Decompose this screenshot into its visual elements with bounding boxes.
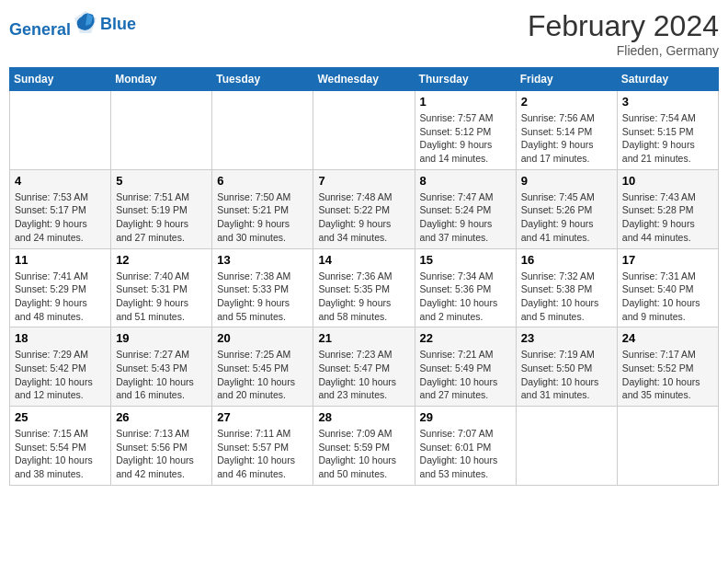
day-info: Sunrise: 7:47 AM Sunset: 5:24 PM Dayligh… [420, 190, 511, 245]
day-number: 13 [217, 253, 308, 267]
calendar-cell: 10Sunrise: 7:43 AM Sunset: 5:28 PM Dayli… [617, 169, 718, 248]
day-info: Sunrise: 7:11 AM Sunset: 5:57 PM Dayligh… [217, 427, 308, 481]
day-number: 7 [318, 174, 409, 188]
day-info: Sunrise: 7:09 AM Sunset: 5:59 PM Dayligh… [318, 427, 409, 481]
day-number: 21 [318, 331, 409, 345]
calendar-cell [212, 91, 313, 170]
day-info: Sunrise: 7:32 AM Sunset: 5:38 PM Dayligh… [521, 270, 612, 324]
day-info: Sunrise: 7:19 AM Sunset: 5:50 PM Dayligh… [521, 348, 612, 402]
day-info: Sunrise: 7:38 AM Sunset: 5:33 PM Dayligh… [217, 270, 308, 324]
day-info: Sunrise: 7:34 AM Sunset: 5:36 PM Dayligh… [420, 270, 511, 324]
day-number: 18 [15, 331, 106, 345]
calendar-cell: 23Sunrise: 7:19 AM Sunset: 5:50 PM Dayli… [516, 327, 617, 407]
day-info: Sunrise: 7:48 AM Sunset: 5:22 PM Dayligh… [318, 190, 409, 245]
calendar-cell [313, 91, 415, 170]
calendar-cell: 27Sunrise: 7:11 AM Sunset: 5:57 PM Dayli… [212, 407, 313, 486]
calendar-cell: 6Sunrise: 7:50 AM Sunset: 5:21 PM Daylig… [212, 169, 313, 248]
day-info: Sunrise: 7:31 AM Sunset: 5:40 PM Dayligh… [622, 270, 713, 324]
main-title: February 2024 [528, 9, 719, 43]
page-header: General Blue February 2024 Flieden, Germ… [9, 9, 719, 58]
day-number: 14 [318, 253, 409, 267]
day-number: 20 [217, 331, 308, 345]
calendar-cell: 18Sunrise: 7:29 AM Sunset: 5:42 PM Dayli… [10, 327, 111, 407]
weekday-header: Tuesday [212, 68, 313, 91]
day-info: Sunrise: 7:40 AM Sunset: 5:31 PM Dayligh… [116, 270, 207, 324]
calendar-cell: 8Sunrise: 7:47 AM Sunset: 5:24 PM Daylig… [415, 169, 516, 248]
calendar-cell: 28Sunrise: 7:09 AM Sunset: 5:59 PM Dayli… [313, 407, 415, 486]
calendar-cell: 1Sunrise: 7:57 AM Sunset: 5:12 PM Daylig… [415, 91, 516, 170]
calendar-cell: 7Sunrise: 7:48 AM Sunset: 5:22 PM Daylig… [313, 169, 415, 248]
calendar-cell: 29Sunrise: 7:07 AM Sunset: 6:01 PM Dayli… [415, 407, 516, 486]
day-number: 19 [116, 331, 207, 345]
day-number: 8 [420, 174, 511, 188]
day-number: 3 [622, 95, 713, 109]
calendar-cell: 26Sunrise: 7:13 AM Sunset: 5:56 PM Dayli… [111, 407, 212, 486]
day-info: Sunrise: 7:56 AM Sunset: 5:14 PM Dayligh… [521, 111, 612, 166]
day-number: 26 [116, 410, 207, 424]
calendar-cell: 19Sunrise: 7:27 AM Sunset: 5:43 PM Dayli… [111, 327, 212, 407]
day-number: 1 [420, 95, 511, 109]
logo: General Blue [9, 9, 136, 40]
day-number: 5 [116, 174, 207, 188]
location-subtitle: Flieden, Germany [528, 43, 719, 58]
calendar-cell [516, 407, 617, 486]
day-info: Sunrise: 7:23 AM Sunset: 5:47 PM Dayligh… [318, 348, 409, 402]
day-info: Sunrise: 7:07 AM Sunset: 6:01 PM Dayligh… [420, 427, 511, 481]
day-number: 25 [15, 410, 106, 424]
logo-text2: Blue [100, 16, 136, 34]
day-info: Sunrise: 7:15 AM Sunset: 5:54 PM Dayligh… [15, 427, 106, 481]
day-number: 23 [521, 331, 612, 345]
day-number: 29 [420, 410, 511, 424]
calendar-cell: 20Sunrise: 7:25 AM Sunset: 5:45 PM Dayli… [212, 327, 313, 407]
day-number: 28 [318, 410, 409, 424]
calendar-cell [111, 91, 212, 170]
day-info: Sunrise: 7:45 AM Sunset: 5:26 PM Dayligh… [521, 190, 612, 245]
day-info: Sunrise: 7:17 AM Sunset: 5:52 PM Dayligh… [622, 348, 713, 402]
day-number: 15 [420, 253, 511, 267]
calendar-cell: 24Sunrise: 7:17 AM Sunset: 5:52 PM Dayli… [617, 327, 718, 407]
day-info: Sunrise: 7:53 AM Sunset: 5:17 PM Dayligh… [15, 190, 106, 245]
day-info: Sunrise: 7:54 AM Sunset: 5:15 PM Dayligh… [622, 111, 713, 166]
day-info: Sunrise: 7:29 AM Sunset: 5:42 PM Dayligh… [15, 348, 106, 402]
calendar-cell: 21Sunrise: 7:23 AM Sunset: 5:47 PM Dayli… [313, 327, 415, 407]
day-info: Sunrise: 7:36 AM Sunset: 5:35 PM Dayligh… [318, 270, 409, 324]
calendar-cell: 11Sunrise: 7:41 AM Sunset: 5:29 PM Dayli… [10, 248, 111, 327]
day-number: 11 [15, 253, 106, 267]
day-info: Sunrise: 7:41 AM Sunset: 5:29 PM Dayligh… [15, 270, 106, 324]
logo-text: General [9, 9, 98, 40]
day-number: 16 [521, 253, 612, 267]
calendar-cell: 15Sunrise: 7:34 AM Sunset: 5:36 PM Dayli… [415, 248, 516, 327]
day-number: 9 [521, 174, 612, 188]
day-number: 12 [116, 253, 207, 267]
day-info: Sunrise: 7:21 AM Sunset: 5:49 PM Dayligh… [420, 348, 511, 402]
calendar-cell: 13Sunrise: 7:38 AM Sunset: 5:33 PM Dayli… [212, 248, 313, 327]
calendar-cell: 22Sunrise: 7:21 AM Sunset: 5:49 PM Dayli… [415, 327, 516, 407]
calendar-cell: 17Sunrise: 7:31 AM Sunset: 5:40 PM Dayli… [617, 248, 718, 327]
calendar-cell: 9Sunrise: 7:45 AM Sunset: 5:26 PM Daylig… [516, 169, 617, 248]
day-info: Sunrise: 7:43 AM Sunset: 5:28 PM Dayligh… [622, 190, 713, 245]
day-number: 24 [622, 331, 713, 345]
day-number: 4 [15, 174, 106, 188]
weekday-header: Saturday [617, 68, 718, 91]
calendar-cell: 5Sunrise: 7:51 AM Sunset: 5:19 PM Daylig… [111, 169, 212, 248]
calendar-cell: 14Sunrise: 7:36 AM Sunset: 5:35 PM Dayli… [313, 248, 415, 327]
day-number: 27 [217, 410, 308, 424]
calendar-cell: 16Sunrise: 7:32 AM Sunset: 5:38 PM Dayli… [516, 248, 617, 327]
calendar-cell: 2Sunrise: 7:56 AM Sunset: 5:14 PM Daylig… [516, 91, 617, 170]
logo-icon [73, 9, 98, 35]
calendar-cell [10, 91, 111, 170]
day-number: 10 [622, 174, 713, 188]
day-info: Sunrise: 7:25 AM Sunset: 5:45 PM Dayligh… [217, 348, 308, 402]
weekday-header: Thursday [415, 68, 516, 91]
day-info: Sunrise: 7:50 AM Sunset: 5:21 PM Dayligh… [217, 190, 308, 245]
day-number: 2 [521, 95, 612, 109]
calendar-cell: 12Sunrise: 7:40 AM Sunset: 5:31 PM Dayli… [111, 248, 212, 327]
day-info: Sunrise: 7:51 AM Sunset: 5:19 PM Dayligh… [116, 190, 207, 245]
calendar-table: SundayMondayTuesdayWednesdayThursdayFrid… [9, 67, 719, 486]
day-number: 6 [217, 174, 308, 188]
calendar-cell [617, 407, 718, 486]
weekday-header: Sunday [10, 68, 111, 91]
day-info: Sunrise: 7:27 AM Sunset: 5:43 PM Dayligh… [116, 348, 207, 402]
day-number: 17 [622, 253, 713, 267]
calendar-cell: 25Sunrise: 7:15 AM Sunset: 5:54 PM Dayli… [10, 407, 111, 486]
